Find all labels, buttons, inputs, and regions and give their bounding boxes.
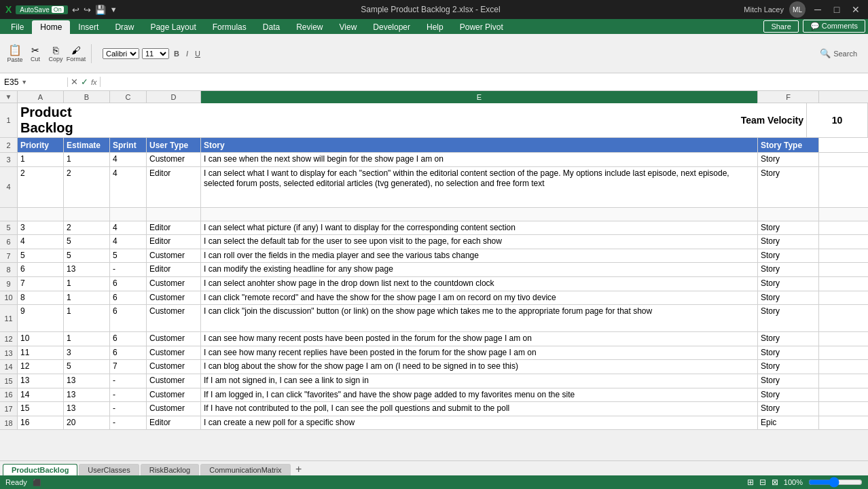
cell-d1[interactable]	[196, 103, 250, 137]
cell-e3[interactable]: I can see when the next show will begin …	[201, 153, 758, 166]
cell-d13[interactable]: Customer	[147, 346, 201, 360]
cell-a5[interactable]: 3	[18, 221, 64, 235]
cell-a1[interactable]: Product Backlog	[18, 103, 113, 137]
add-sheet-button[interactable]: +	[292, 463, 306, 475]
cell-d17[interactable]: Customer	[147, 402, 201, 416]
cell-c4[interactable]: 4	[110, 167, 147, 207]
cell-c7[interactable]: 5	[110, 249, 147, 263]
font-size-select[interactable]: 11	[142, 48, 169, 59]
cell-c18[interactable]: -	[110, 416, 147, 430]
cell-b4[interactable]: 2	[64, 167, 110, 207]
tab-review[interactable]: Review	[288, 20, 331, 34]
sheet-tab-risk-backlog[interactable]: RiskBacklog	[141, 464, 200, 475]
underline-button[interactable]: U	[193, 50, 202, 58]
cell-f18[interactable]: Epic	[758, 416, 819, 430]
cell-a9[interactable]: 7	[18, 277, 64, 291]
cell-a6[interactable]: 4	[18, 235, 64, 249]
confirm-formula-icon[interactable]: ✓	[81, 77, 88, 87]
sheet-tab-communication-matrix[interactable]: CommunicationMatrix	[200, 464, 290, 475]
share-button[interactable]: Share	[763, 20, 798, 33]
cell-d12[interactable]: Customer	[147, 332, 201, 346]
cell-d14[interactable]: Customer	[147, 360, 201, 374]
cell-d16[interactable]: Customer	[147, 388, 201, 402]
cell-a7[interactable]: 5	[18, 249, 64, 263]
cell-c14[interactable]: 7	[110, 360, 147, 374]
cell-d5[interactable]: Editor	[147, 221, 201, 235]
cell-f8[interactable]: Story	[758, 263, 819, 276]
close-button[interactable]: ✕	[849, 3, 863, 16]
grid-scroll-area[interactable]: 1 Product Backlog Team Velocity 10 2 Pri…	[0, 103, 868, 430]
cell-a10[interactable]: 8	[18, 291, 64, 305]
cell-b11[interactable]: 1	[64, 305, 110, 331]
cell-b18[interactable]: 20	[64, 416, 110, 430]
tab-formulas[interactable]: Formulas	[204, 20, 255, 34]
cell-d7[interactable]: Customer	[147, 249, 201, 263]
tab-help[interactable]: Help	[418, 20, 452, 34]
cell-b5[interactable]: 2	[64, 221, 110, 235]
cell-e2[interactable]: Story	[201, 138, 758, 152]
cell-c1[interactable]	[159, 103, 196, 137]
cell-e9[interactable]: I can select anohter show page in the dr…	[201, 277, 758, 291]
tab-file[interactable]: File	[3, 20, 32, 34]
cell-f7[interactable]: Story	[758, 249, 819, 263]
cell-f4[interactable]: Story	[758, 167, 819, 207]
col-header-f[interactable]: F	[758, 91, 819, 103]
cell-d6[interactable]: Editor	[147, 235, 201, 249]
cell-e16[interactable]: If I am logged in, I can click "favorite…	[201, 388, 758, 402]
cancel-formula-icon[interactable]: ✕	[71, 77, 78, 87]
cell-b10[interactable]: 1	[64, 291, 110, 305]
sheet-tab-product-backlog[interactable]: ProductBacklog	[3, 464, 77, 475]
tab-draw[interactable]: Draw	[107, 20, 142, 34]
cell-e8[interactable]: I can modify the existing headline for a…	[201, 263, 758, 276]
cell-b9[interactable]: 1	[64, 277, 110, 291]
cell-e1[interactable]: Team Velocity	[250, 103, 807, 137]
cell-e17[interactable]: If I have not contributed to the poll, I…	[201, 402, 758, 416]
cell-b17[interactable]: 13	[64, 402, 110, 416]
insert-function-icon[interactable]: fx	[91, 78, 97, 86]
view-page-break-icon[interactable]: ⊠	[772, 477, 778, 487]
cell-c2[interactable]: Sprint	[110, 138, 147, 152]
cell-a3[interactable]: 1	[18, 153, 64, 166]
cell-e4[interactable]: I can select what I want to display for …	[201, 167, 758, 207]
cell-d3[interactable]: Customer	[147, 153, 201, 166]
dropdown-icon[interactable]: ▼	[21, 79, 27, 86]
sheet-tab-user-classes[interactable]: UserClasses	[79, 464, 139, 475]
tab-insert[interactable]: Insert	[70, 20, 107, 34]
col-header-b[interactable]: B	[64, 91, 110, 103]
undo-icon[interactable]: ↩	[72, 5, 79, 15]
cell-f10[interactable]: Story	[758, 291, 819, 305]
cell-c6[interactable]: 4	[110, 235, 147, 249]
redo-icon[interactable]: ↪	[84, 5, 91, 15]
cell-c4b[interactable]	[110, 208, 147, 221]
col-header-e[interactable]: E	[201, 91, 758, 103]
cell-b7[interactable]: 5	[64, 249, 110, 263]
cell-a11[interactable]: 9	[18, 305, 64, 331]
cell-f17[interactable]: Story	[758, 402, 819, 416]
cell-a4[interactable]: 2	[18, 167, 64, 207]
cell-e12[interactable]: I can see how many recent posts have bee…	[201, 332, 758, 346]
cell-d8[interactable]: Editor	[147, 263, 201, 276]
tab-view[interactable]: View	[331, 20, 365, 34]
cell-e14[interactable]: I can blog about the show for the show p…	[201, 360, 758, 374]
cell-d15[interactable]: Customer	[147, 374, 201, 388]
cell-a13[interactable]: 11	[18, 346, 64, 360]
select-all-icon[interactable]: ▼	[5, 93, 12, 101]
cell-b8[interactable]: 13	[64, 263, 110, 276]
view-page-layout-icon[interactable]: ⊟	[759, 477, 766, 487]
cell-f4b[interactable]	[758, 208, 819, 221]
cell-b1[interactable]	[113, 103, 159, 137]
cell-b4b[interactable]	[64, 208, 110, 221]
cell-e7[interactable]: I can roll over the fields in the media …	[201, 249, 758, 263]
cell-f14[interactable]: Story	[758, 360, 819, 374]
tab-home[interactable]: Home	[32, 20, 70, 34]
cell-b3[interactable]: 1	[64, 153, 110, 166]
cell-d4[interactable]: Editor	[147, 167, 201, 207]
cell-e13[interactable]: I can see how many recent replies have b…	[201, 346, 758, 360]
cell-d4b[interactable]	[147, 208, 201, 221]
cell-a17[interactable]: 15	[18, 402, 64, 416]
cell-c16[interactable]: -	[110, 388, 147, 402]
italic-button[interactable]: I	[184, 50, 190, 58]
cell-f6[interactable]: Story	[758, 235, 819, 249]
cell-b12[interactable]: 1	[64, 332, 110, 346]
cell-e15[interactable]: If I am not signed in, I can see a link …	[201, 374, 758, 388]
